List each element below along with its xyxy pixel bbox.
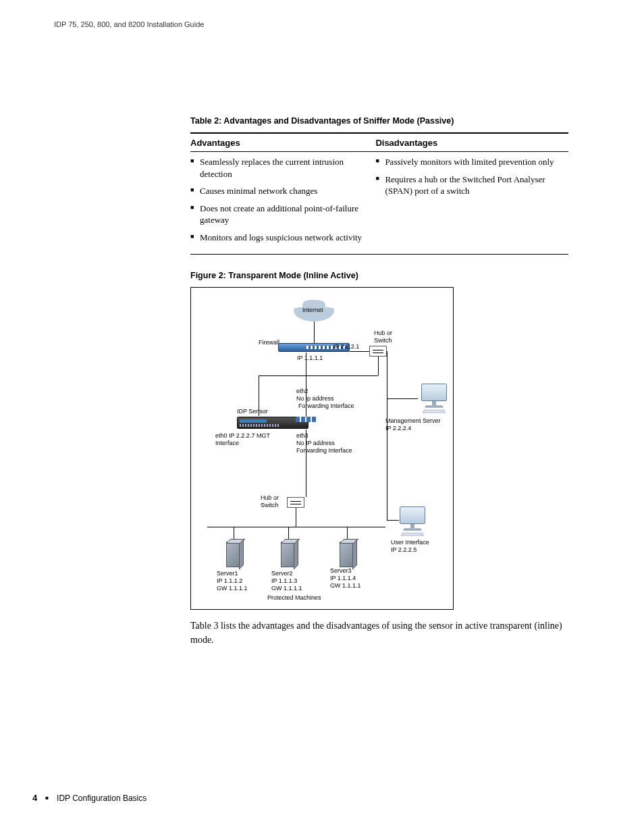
running-header: IDP 75, 250, 800, and 8200 Installation … <box>54 20 204 28</box>
edge <box>387 398 418 399</box>
server-icon <box>340 542 354 567</box>
page-content: Table 2: Advantages and Disadvantages of… <box>190 116 568 647</box>
label-hub-switch-bot: Hub or Switch <box>261 494 279 509</box>
label-firewall: Firewall <box>259 339 279 346</box>
edge <box>314 321 315 343</box>
edge <box>350 351 369 352</box>
label-eth0-1: eth0 IP 2.2.2.7 MGT <box>215 432 270 440</box>
edge <box>259 375 259 416</box>
edge <box>306 429 306 497</box>
label-eth2: eth2 <box>296 388 308 395</box>
label-protected: Protected Machines <box>267 594 321 602</box>
label-ip-2221: IP 2.2.2.1 <box>333 343 359 350</box>
label-server3-3: GW 1.1.1.1 <box>330 582 361 590</box>
edge <box>378 357 379 375</box>
label-server1-2: IP 1.1.1.2 <box>217 577 242 585</box>
label-idp-sensor: IDP Sensor <box>237 408 268 415</box>
label-ip-1111: IP 1.1.1.1 <box>297 355 323 362</box>
label-eth0-2: Interface <box>215 440 239 447</box>
table-2: Advantages Disadvantages Seamlessly repl… <box>190 132 568 255</box>
label-ui-1: User Interface <box>391 539 429 546</box>
list-item: Monitors and logs suspicious network act… <box>190 232 367 244</box>
list-item: Requires a hub or the Switched Port Anal… <box>375 174 568 197</box>
label-eth3-2: No IP address <box>296 440 335 447</box>
label-ui-2: IP 2.2.2.5 <box>391 546 417 554</box>
label-hub-switch-top: Hub or Switch <box>374 330 392 344</box>
list-item: Causes minimal network changes <box>190 185 367 197</box>
label-eth3-3: Forwarding Interface <box>296 447 352 454</box>
figure-2-diagram: Internet Firewall IP 2.2.2.1 IP 1.1.1.1 … <box>190 287 454 610</box>
table-2-caption: Table 2: Advantages and Disadvantages of… <box>190 116 568 126</box>
table-2-header-disadvantages: Disadvantages <box>375 134 568 151</box>
switch-icon <box>369 346 387 357</box>
edge <box>259 375 378 376</box>
server-icon <box>226 542 241 567</box>
body-paragraph: Table 3 lists the advantages and the dis… <box>190 619 568 647</box>
edge <box>296 508 296 527</box>
label-server2-2: IP 1.1.1.3 <box>271 577 297 585</box>
server-icon <box>281 542 296 567</box>
footer-bullet-icon: ■ <box>45 795 49 801</box>
figure-2-caption: Figure 2: Transparent Mode (Inline Activ… <box>190 271 568 280</box>
management-server-icon <box>419 384 449 413</box>
label-server3-2: IP 1.1.1.4 <box>330 575 356 582</box>
label-mgmt-1: Management Server <box>385 417 441 425</box>
list-item: Does not create an additional point-of-f… <box>190 203 367 226</box>
label-eth2-fwd: Forwarding Interface <box>298 402 354 410</box>
user-interface-icon <box>398 506 427 536</box>
page-number: 4 <box>32 793 37 803</box>
edge <box>387 351 387 520</box>
label-eth2-noip: No ip address <box>296 395 334 402</box>
sensor-ports-icon <box>296 417 317 422</box>
table-2-header-advantages: Advantages <box>190 134 375 151</box>
label-server3-1: Server3 <box>330 567 352 575</box>
label-server2-3: GW 1.1.1.1 <box>271 585 302 592</box>
label-server1-3: GW 1.1.1.1 <box>217 585 248 592</box>
label-mgmt-2: IP 2.2.2.4 <box>385 425 411 432</box>
list-item: Seamlessly replaces the current intrusio… <box>190 156 367 180</box>
label-server2-1: Server2 <box>271 570 293 577</box>
label-internet: Internet <box>302 307 323 314</box>
footer-section: IDP Configuration Basics <box>57 793 146 803</box>
advantages-list: Seamlessly replaces the current intrusio… <box>190 156 375 249</box>
switch-icon <box>287 497 304 508</box>
page-footer: 4 ■ IDP Configuration Basics <box>32 793 146 803</box>
label-server1-1: Server1 <box>217 570 238 577</box>
disadvantages-list: Passively monitors with limited preventi… <box>375 156 568 249</box>
list-item: Passively monitors with limited preventi… <box>375 156 568 168</box>
